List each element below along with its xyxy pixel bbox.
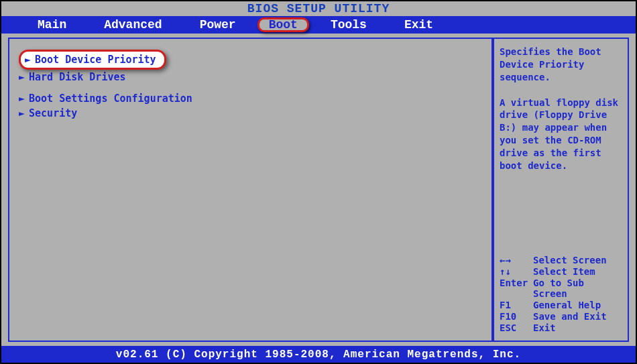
key-help-row: F1General Help — [500, 300, 622, 310]
submenu-boot-device-priority[interactable]: ►Boot Device Priority — [19, 50, 166, 70]
key-action: Go to Sub Screen — [533, 278, 622, 299]
submenu-boot-settings-configuration[interactable]: ►Boot Settings Configuration — [19, 93, 482, 105]
key-help-row: ESCExit — [500, 322, 622, 333]
key-help-row: ↑↓Select Item — [500, 266, 622, 277]
help-panel: Specifies the Boot Device Priority seque… — [493, 38, 629, 342]
triangle-icon: ► — [25, 54, 31, 66]
submenu-item-label: Boot Device Priority — [35, 54, 156, 66]
key-action: Exit — [533, 322, 556, 333]
key-label: ESC — [500, 322, 533, 333]
triangle-icon: ► — [19, 71, 25, 83]
key-label: F1 — [500, 300, 533, 310]
key-action: General Help — [533, 300, 601, 310]
triangle-icon: ► — [19, 107, 25, 119]
help-description: Specifies the Boot Device Priority seque… — [500, 46, 622, 172]
triangle-icon: ► — [19, 93, 25, 105]
bios-title: BIOS SETUP UTILITY — [1, 1, 636, 16]
key-label: ↑↓ — [500, 266, 533, 277]
key-help-row: ←→Select Screen — [500, 255, 622, 265]
menu-advanced[interactable]: Advanced — [88, 17, 178, 32]
menu-exit[interactable]: Exit — [388, 17, 449, 32]
footer-copyright: v02.61 (C) Copyright 1985-2008, American… — [1, 346, 636, 363]
key-help-row: F10Save and Exit — [500, 311, 622, 322]
key-action: Save and Exit — [533, 311, 607, 322]
menu-tools[interactable]: Tools — [314, 17, 383, 32]
key-label: Enter — [500, 278, 533, 299]
key-help-row: EnterGo to Sub Screen — [500, 278, 622, 299]
key-action: Select Item — [533, 266, 595, 277]
submenu-panel: ►Boot Device Priority ►Hard Disk Drives … — [8, 38, 493, 342]
submenu-item-label: Boot Settings Configuration — [29, 93, 192, 105]
submenu-security[interactable]: ►Security — [19, 107, 482, 119]
menu-main[interactable]: Main — [21, 17, 82, 32]
workspace: ►Boot Device Priority ►Hard Disk Drives … — [1, 34, 636, 346]
key-help-block: ←→Select Screen ↑↓Select Item EnterGo to… — [500, 255, 622, 334]
submenu-item-label: Security — [29, 107, 77, 119]
submenu-item-label: Hard Disk Drives — [29, 71, 126, 83]
key-label: F10 — [500, 311, 533, 322]
key-action: Select Screen — [533, 255, 607, 265]
submenu-hard-disk-drives[interactable]: ►Hard Disk Drives — [19, 71, 482, 83]
top-menu-bar: Main Advanced Power Boot Tools Exit — [1, 16, 636, 34]
key-label: ←→ — [500, 255, 533, 265]
menu-boot[interactable]: Boot — [257, 17, 309, 32]
menu-power[interactable]: Power — [184, 17, 252, 32]
